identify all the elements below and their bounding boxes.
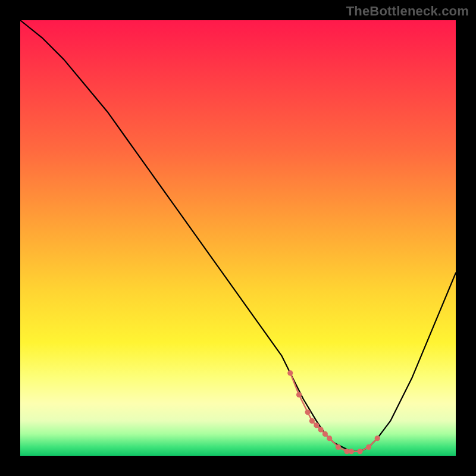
- marker-dot: [357, 449, 362, 454]
- marker-dot: [349, 449, 354, 454]
- marker-dot: [366, 444, 371, 450]
- marker-dot: [336, 444, 341, 450]
- marker-dot: [375, 436, 380, 441]
- bottleneck-curve: [20, 20, 456, 452]
- optimal-zone-link: [290, 373, 377, 452]
- marker-dot: [314, 422, 319, 428]
- marker-dot: [322, 431, 328, 437]
- optimal-zone-markers: [287, 370, 380, 454]
- chart-frame: TheBottleneck.com: [0, 0, 476, 476]
- marker-dot: [287, 370, 293, 375]
- chart-plot-area: [20, 20, 456, 456]
- marker-dot: [327, 436, 332, 441]
- marker-dot: [305, 409, 311, 415]
- marker-dot: [309, 418, 315, 424]
- marker-dot: [318, 427, 324, 433]
- marker-dot: [296, 392, 302, 397]
- chart-svg: [20, 20, 456, 456]
- watermark-text: TheBottleneck.com: [346, 4, 469, 19]
